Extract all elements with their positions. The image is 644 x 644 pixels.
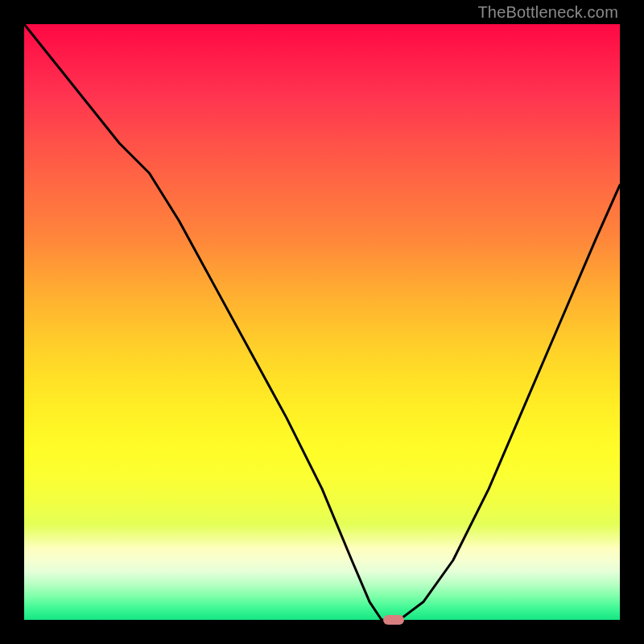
- curve-svg: [24, 24, 620, 620]
- watermark-text: TheBottleneck.com: [477, 3, 618, 22]
- plot-area: [24, 24, 620, 620]
- chart-container: TheBottleneck.com: [0, 0, 644, 644]
- optimum-marker: [383, 615, 404, 625]
- bottleneck-curve: [24, 24, 620, 620]
